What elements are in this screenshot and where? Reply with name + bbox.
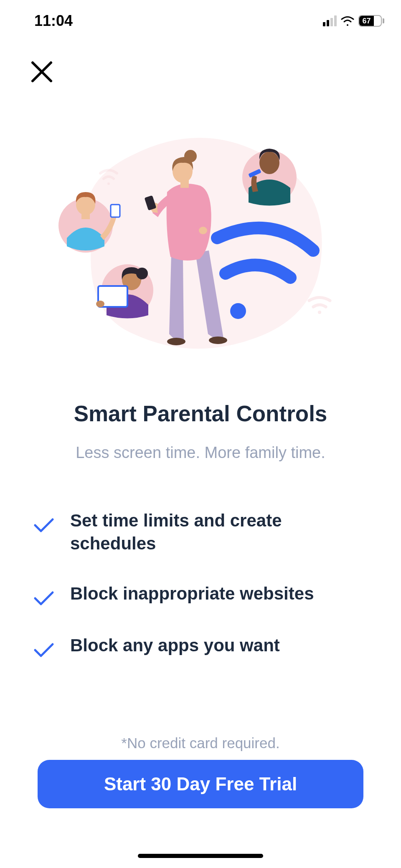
svg-point-18	[209, 337, 227, 344]
home-indicator[interactable]	[138, 854, 263, 858]
cta-label: Start 30 Day Free Trial	[104, 774, 297, 795]
svg-point-3	[107, 182, 110, 185]
check-icon	[33, 590, 54, 607]
feature-item: Block any apps you want	[33, 634, 368, 658]
status-time: 11:04	[34, 12, 73, 30]
battery-icon: 67	[358, 15, 384, 27]
svg-point-17	[167, 338, 185, 345]
feature-item: Set time limits and create schedules	[33, 509, 368, 555]
svg-point-4	[318, 311, 321, 314]
svg-point-11	[136, 268, 148, 279]
svg-point-23	[184, 150, 197, 162]
close-icon	[29, 59, 54, 84]
battery-level: 67	[362, 17, 371, 25]
status-icons: 67	[323, 15, 384, 27]
start-trial-button[interactable]: Start 30 Day Free Trial	[38, 760, 363, 808]
feature-text: Block any apps you want	[70, 634, 280, 657]
svg-point-15	[259, 152, 279, 174]
svg-point-2	[230, 303, 246, 319]
disclaimer-text: *No credit card required.	[0, 735, 401, 752]
close-button[interactable]	[29, 59, 54, 84]
check-icon	[33, 642, 54, 658]
check-icon	[33, 517, 54, 534]
status-bar: 11:04 67	[0, 0, 401, 33]
wifi-icon	[341, 16, 354, 26]
main-content: Smart Parental Controls Less screen time…	[0, 401, 401, 686]
svg-point-19	[199, 227, 207, 234]
page-subheading: Less screen time. More family time.	[33, 442, 368, 463]
feature-text: Set time limits and create schedules	[70, 509, 368, 555]
feature-text: Block inappropriate websites	[70, 582, 314, 605]
page-heading: Smart Parental Controls	[33, 401, 368, 426]
feature-item: Block inappropriate websites	[33, 582, 368, 607]
feature-list: Set time limits and create schedules Blo…	[33, 509, 368, 658]
svg-rect-8	[111, 205, 120, 217]
cellular-signal-icon	[323, 15, 337, 26]
hero-illustration	[58, 129, 343, 363]
svg-point-13	[96, 301, 104, 307]
